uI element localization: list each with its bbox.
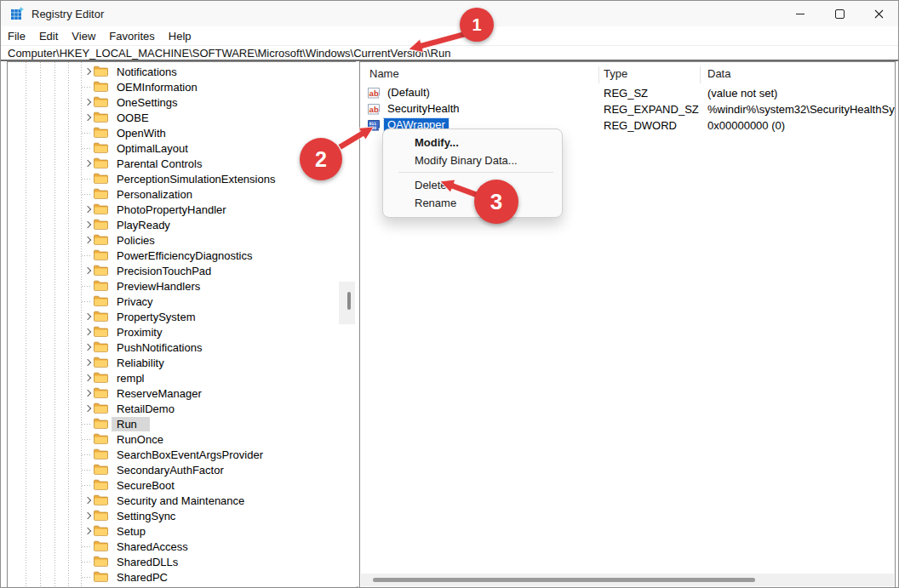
expand-chevron-icon[interactable] [84, 159, 91, 166]
folder-icon [94, 127, 108, 138]
expand-chevron-icon[interactable] [84, 527, 91, 534]
expand-chevron-icon[interactable] [84, 343, 91, 350]
menu-item-edit[interactable]: Edit [39, 30, 66, 43]
tree-item-pushnotifications[interactable]: PushNotifications [8, 340, 357, 355]
expand-chevron-icon[interactable] [84, 511, 91, 518]
tree-item-label: Personalization [112, 187, 198, 202]
tree-item-label: Setup [112, 524, 151, 539]
tree-connector-dots [82, 194, 92, 195]
menu-item-view[interactable]: View [72, 30, 103, 43]
tree-item-openwith[interactable]: OpenWith [8, 125, 357, 140]
minimize-button[interactable] [781, 1, 820, 26]
tree-item-onesettings[interactable]: OneSettings [8, 94, 357, 110]
tree-item-run[interactable]: Run [8, 416, 357, 431]
menu-item-favorites[interactable]: Favorites [109, 30, 162, 43]
folder-icon [94, 433, 108, 444]
folder-icon [94, 111, 108, 123]
folder-icon [94, 556, 108, 567]
folder-icon [94, 280, 108, 291]
column-header-data[interactable]: Data [707, 67, 730, 80]
expand-chevron-icon[interactable] [84, 98, 91, 105]
tree-item-photopropertyhandler[interactable]: PhotoPropertyHandler [8, 202, 357, 217]
value-row-securityhealth[interactable]: abSecurityHealthREG_EXPAND_SZ%windir%\sy… [360, 101, 895, 117]
tree-item-powerefficiencydiagnostics[interactable]: PowerEfficiencyDiagnostics [8, 248, 357, 263]
folder-icon [94, 387, 108, 398]
tree-item-label: Privacy [112, 294, 158, 309]
menu-item-help[interactable]: Help [169, 30, 199, 43]
horizontal-scrollbar-thumb[interactable] [373, 578, 755, 582]
tree-item-sharedaccess[interactable]: SharedAccess [8, 539, 357, 554]
tree-item-personalization[interactable]: Personalization [8, 186, 357, 202]
expand-chevron-icon[interactable] [84, 312, 91, 319]
tree-scrollbar-thumb[interactable] [347, 292, 351, 310]
column-divider[interactable] [700, 66, 701, 83]
tree-item-shareddlls[interactable]: SharedDLLs [8, 554, 357, 569]
expand-chevron-icon[interactable] [84, 374, 91, 380]
tree-item-proximity[interactable]: Proximity [8, 324, 357, 340]
expand-chevron-icon[interactable] [84, 236, 91, 243]
column-header-name[interactable]: Name [369, 67, 399, 80]
expand-chevron-icon[interactable] [84, 67, 91, 74]
context-menu-item-modify[interactable]: Modify... [383, 134, 562, 151]
tree-item-secondaryauthfactor[interactable]: SecondaryAuthFactor [8, 462, 357, 477]
folder-icon [94, 326, 108, 337]
value-row-default[interactable]: ab(Default)REG_SZ(value not set) [360, 85, 895, 101]
window-title: Registry Editor [31, 8, 104, 20]
expand-chevron-icon[interactable] [84, 389, 91, 396]
tree-item-rempl[interactable]: rempl [8, 370, 357, 385]
context-menu-item-modify-binary-data[interactable]: Modify Binary Data... [383, 151, 562, 169]
expand-chevron-icon[interactable] [84, 328, 91, 334]
tree-item-parental-controls[interactable]: Parental Controls [8, 156, 357, 171]
tree-item-label: RunOnce [112, 432, 169, 447]
string-value-icon: ab [368, 88, 381, 99]
tree-item-reservemanager[interactable]: ReserveManager [8, 385, 357, 401]
tree-connector-dots [82, 179, 92, 180]
tree-item-precisiontouchpad[interactable]: PrecisionTouchPad [8, 263, 357, 278]
tree-item-privacy[interactable]: Privacy [8, 294, 357, 309]
tree-item-notifications[interactable]: Notifications [8, 64, 357, 79]
tree-item-oobe[interactable]: OOBE [8, 110, 357, 125]
tree-item-sharedpc[interactable]: SharedPC [8, 569, 357, 585]
maximize-button[interactable] [820, 1, 859, 26]
tree-item-oeminformation[interactable]: OEMInformation [8, 79, 357, 94]
tree-item-secureboot[interactable]: SecureBoot [8, 477, 357, 493]
expand-chevron-icon[interactable] [84, 404, 91, 411]
close-button[interactable] [859, 1, 898, 26]
close-icon [874, 9, 884, 19]
tree-item-optimallayout[interactable]: OptimalLayout [8, 140, 357, 156]
tree-item-runonce[interactable]: RunOnce [8, 431, 357, 447]
tree-item-label: Run [112, 417, 150, 431]
context-menu-item-delete[interactable]: Delete [383, 176, 562, 194]
tree-item-playready[interactable]: PlayReady [8, 217, 357, 232]
tree-item-setup[interactable]: Setup [8, 523, 357, 539]
expand-chevron-icon[interactable] [84, 205, 91, 212]
expand-chevron-icon[interactable] [84, 113, 91, 120]
tree-item-settingsync[interactable]: SettingSync [8, 508, 357, 523]
title-bar[interactable]: Registry Editor [1, 1, 898, 26]
tree-item-security-and-maintenance[interactable]: Security and Maintenance [8, 493, 357, 508]
registry-editor-window: Registry Editor File Edit View Favorites… [0, 0, 899, 588]
tree-item-searchboxeventargsprovider[interactable]: SearchBoxEventArgsProvider [8, 447, 357, 462]
tree-item-label: PrecisionTouchPad [112, 264, 216, 278]
tree-item-label: PropertySystem [112, 310, 200, 324]
tree-item-reliability[interactable]: Reliability [8, 355, 357, 370]
expand-chevron-icon[interactable] [84, 358, 91, 365]
tree-connector-dots [82, 286, 92, 287]
tree-item-label: SharedPC [112, 570, 173, 585]
tree-item-policies[interactable]: Policies [8, 232, 357, 248]
expand-chevron-icon[interactable] [84, 496, 91, 503]
column-divider[interactable] [598, 66, 599, 83]
menu-item-file[interactable]: File [8, 30, 33, 43]
tree-item-propertysystem[interactable]: PropertySystem [8, 309, 357, 324]
tree-item-retaildemo[interactable]: RetailDemo [8, 401, 357, 416]
column-header-type[interactable]: Type [604, 67, 627, 80]
tree-item-previewhandlers[interactable]: PreviewHandlers [8, 278, 357, 294]
tree-item-perceptionsimulationextensions[interactable]: PerceptionSimulationExtensions [8, 171, 357, 186]
tree-item-label: rempl [112, 371, 150, 385]
context-menu-item-rename[interactable]: Rename [383, 194, 562, 212]
expand-chevron-icon[interactable] [84, 266, 91, 273]
minimize-icon [796, 14, 805, 14]
horizontal-scrollbar-track[interactable] [361, 574, 894, 586]
address-bar[interactable]: Computer\HKEY_LOCAL_MACHINE\SOFTWARE\Mic… [1, 45, 898, 60]
expand-chevron-icon[interactable] [84, 220, 91, 227]
